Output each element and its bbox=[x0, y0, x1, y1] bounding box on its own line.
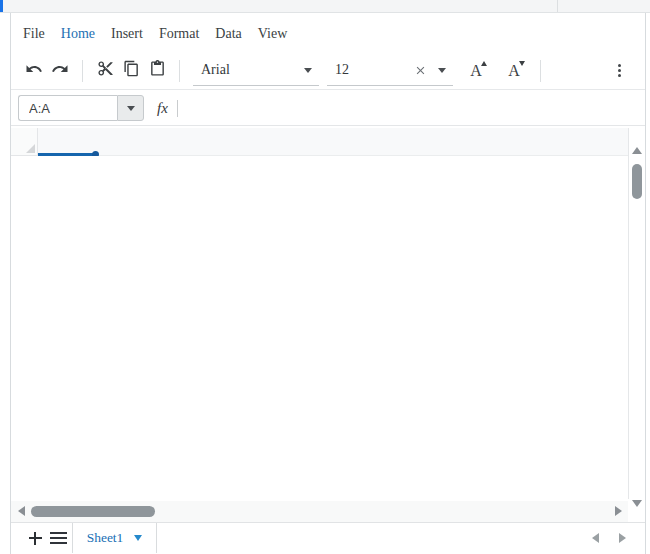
sheet-bar: Sheet1 bbox=[11, 522, 645, 553]
plus-icon bbox=[29, 532, 42, 545]
corner-triangle-icon bbox=[26, 144, 35, 153]
select-all-corner[interactable] bbox=[11, 128, 38, 156]
scroll-left-icon[interactable] bbox=[18, 506, 25, 516]
horizontal-scrollbar-thumb[interactable] bbox=[31, 506, 155, 517]
menu-file[interactable]: File bbox=[20, 24, 48, 44]
chevron-down-icon bbox=[304, 68, 312, 73]
add-sheet-button[interactable] bbox=[24, 527, 46, 549]
hamburger-menu-icon bbox=[50, 532, 67, 534]
font-size-combobox[interactable]: 12 bbox=[327, 56, 453, 86]
chevron-down-icon bbox=[127, 106, 135, 111]
scroll-down-icon[interactable] bbox=[632, 500, 642, 507]
triangle-up-icon bbox=[481, 61, 487, 66]
toolbar-divider bbox=[540, 60, 541, 82]
chevron-down-icon bbox=[134, 535, 142, 541]
redo-button[interactable] bbox=[47, 57, 73, 85]
x-clear-icon bbox=[414, 64, 427, 77]
formula-input[interactable] bbox=[178, 91, 645, 125]
clear-font-size-button[interactable] bbox=[410, 60, 430, 80]
sheet-list-button[interactable] bbox=[50, 528, 67, 548]
undo-button[interactable] bbox=[21, 57, 47, 85]
sheet-grid[interactable] bbox=[11, 156, 628, 501]
sheet-tab-sheet1[interactable]: Sheet1 bbox=[72, 523, 157, 553]
horizontal-scrollbar[interactable] bbox=[11, 501, 628, 522]
chevron-down-icon bbox=[438, 68, 446, 73]
copy-button[interactable] bbox=[118, 57, 144, 85]
menu-view[interactable]: View bbox=[255, 24, 290, 44]
menu-home[interactable]: Home bbox=[58, 24, 98, 44]
menu-data[interactable]: Data bbox=[212, 24, 244, 44]
toolbar-divider bbox=[82, 60, 83, 82]
paste-button[interactable] bbox=[144, 57, 170, 85]
toolbar-divider bbox=[179, 60, 180, 82]
menu-bar: File Home Insert Format Data View bbox=[11, 21, 300, 47]
scroll-right-icon[interactable] bbox=[615, 506, 622, 516]
sheet-tab-label: Sheet1 bbox=[87, 530, 124, 546]
name-box bbox=[18, 95, 144, 121]
scroll-up-icon[interactable] bbox=[632, 147, 642, 154]
redo-icon bbox=[51, 60, 69, 82]
undo-icon bbox=[25, 60, 43, 82]
formula-bar: fx bbox=[11, 91, 645, 126]
vertical-scrollbar[interactable] bbox=[628, 128, 645, 499]
active-tab-accent bbox=[0, 0, 3, 12]
browser-top-bar bbox=[0, 0, 650, 13]
more-options-button[interactable] bbox=[607, 57, 631, 85]
vertical-scrollbar-thumb[interactable] bbox=[632, 164, 642, 199]
cut-button[interactable] bbox=[92, 57, 118, 85]
fx-icon: fx bbox=[157, 100, 168, 117]
next-sheet-icon[interactable] bbox=[619, 533, 626, 543]
previous-sheet-icon[interactable] bbox=[592, 533, 599, 543]
editor-panel: File Home Insert Format Data View bbox=[10, 13, 646, 554]
font-family-combobox[interactable]: Arial bbox=[193, 56, 319, 86]
menu-insert[interactable]: Insert bbox=[108, 24, 146, 44]
scissors-icon bbox=[97, 60, 114, 81]
font-family-value: Arial bbox=[201, 62, 304, 78]
spreadsheet-app: File Home Insert Format Data View bbox=[0, 0, 650, 554]
vertical-ellipsis-icon bbox=[618, 64, 621, 67]
name-box-dropdown-button[interactable] bbox=[117, 95, 144, 121]
tab-divider bbox=[557, 0, 558, 12]
name-box-input[interactable] bbox=[18, 95, 117, 121]
decrease-font-size-button[interactable]: A bbox=[497, 57, 531, 85]
triangle-down-icon bbox=[519, 61, 525, 66]
column-header-row[interactable] bbox=[11, 128, 628, 156]
increase-font-size-button[interactable]: A bbox=[459, 57, 493, 85]
toolbar: Arial 12 A A bbox=[11, 52, 645, 90]
copy-icon bbox=[123, 60, 140, 81]
clipboard-icon bbox=[149, 60, 166, 81]
font-size-value: 12 bbox=[335, 62, 410, 78]
menu-format[interactable]: Format bbox=[156, 24, 202, 44]
